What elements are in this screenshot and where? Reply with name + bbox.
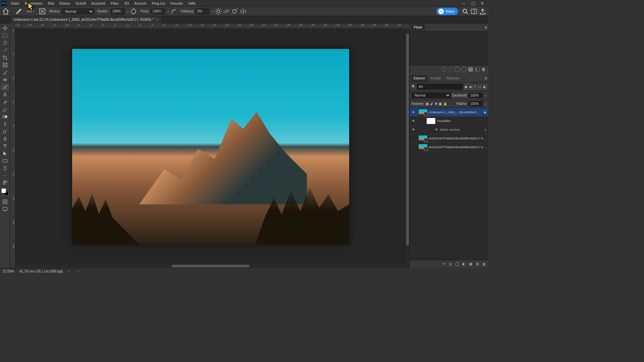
lock-artboard-icon[interactable]: ▣ [439, 102, 442, 106]
smoothing-input[interactable] [196, 8, 210, 14]
layer-thumbnail[interactable] [418, 109, 428, 116]
tab-actions[interactable]: Aktionen [444, 75, 462, 81]
document-info[interactable]: 41,79 cm x 28,1 cm (300 ppi) [19, 269, 63, 273]
layer-thumbnail[interactable] [426, 118, 436, 124]
menu-auswahl[interactable]: Auswahl [89, 1, 108, 6]
close-icon[interactable]: × [156, 18, 158, 21]
smoothing-dropdown[interactable] [211, 9, 213, 13]
flow-dropdown[interactable] [166, 9, 169, 13]
hand-tool[interactable] [1, 165, 9, 172]
layer-row[interactable]: 👁Unbenannt-1_0000_...3bca509fec5d9117◉ [410, 108, 488, 117]
window-close-button[interactable]: ✕ [478, 0, 487, 6]
layer-blend-select[interactable]: Normal [412, 93, 451, 98]
ruler-origin[interactable] [10, 23, 15, 29]
mask-path-icon[interactable] [468, 67, 473, 72]
layer-name[interactable]: Unbenannt-1_0000_...3bca509fec5d9117 [429, 111, 482, 114]
panel-menu-icon[interactable]: ≡ [485, 76, 487, 81]
zoom-level[interactable]: 22,06% [3, 269, 14, 273]
workspace-icon[interactable] [470, 8, 478, 15]
search-icon[interactable] [462, 8, 469, 15]
blend-mode-select[interactable]: Normal [62, 8, 94, 14]
filter-pixel-icon[interactable]: ▦ [464, 84, 468, 89]
scrollbar-thumb[interactable] [406, 34, 409, 246]
menu-plugins[interactable]: Plug-ins [149, 1, 168, 6]
new-path-icon[interactable]: + [475, 67, 480, 72]
path-shape-icon[interactable] [461, 66, 467, 73]
color-swatches[interactable] [1, 188, 9, 196]
layer-row[interactable]: dc59124e7f79a08c3bca509fec5d9117 Kopie 3 [410, 134, 488, 143]
brush-preset-picker[interactable]: 875 [24, 8, 37, 15]
tab-channels[interactable]: Kanäle [428, 75, 443, 81]
layer-thumbnail[interactable] [418, 135, 428, 142]
layers-list[interactable]: 👁Unbenannt-1_0000_...3bca509fec5d9117◉👁S… [410, 108, 488, 260]
menu-ansicht[interactable]: Ansicht [131, 1, 149, 6]
lock-transparency-icon[interactable]: ▦ [426, 102, 429, 106]
healing-brush-tool[interactable] [1, 76, 9, 83]
pressure-opacity-icon[interactable] [130, 8, 137, 15]
layer-name[interactable]: Smartfilter [437, 119, 488, 123]
tab-layers[interactable]: Ebenen [411, 75, 428, 81]
eyedropper-tool[interactable] [1, 69, 9, 76]
brush-tool-icon[interactable] [15, 8, 22, 15]
menu-schrift[interactable]: Schrift [73, 1, 89, 6]
menu-hilfe[interactable]: Hilfe [185, 1, 198, 6]
symmetry-icon[interactable] [239, 8, 247, 15]
filter-smart-icon[interactable]: ◧ [483, 84, 487, 89]
rectangle-tool[interactable] [1, 158, 9, 164]
layer-opacity-dropdown[interactable] [484, 94, 486, 97]
history-brush-tool[interactable] [1, 99, 9, 105]
stroke-path-icon[interactable] [448, 67, 453, 72]
window-maximize-button[interactable]: ▢ [468, 0, 478, 6]
tab-paths[interactable]: Pfade [411, 24, 425, 31]
layer-name[interactable]: dc59124e7f79a08c3bca509fec5d9117 Kopie 2 [429, 145, 488, 149]
menu-fenster[interactable]: Fenster [168, 1, 185, 6]
move-tool[interactable] [1, 25, 9, 32]
lock-position-icon[interactable]: ✥ [435, 102, 437, 106]
link-layers-icon[interactable]: ⚯ [441, 262, 446, 266]
flow-input[interactable] [151, 8, 165, 14]
blur-tool[interactable] [1, 121, 9, 127]
menu-datei[interactable]: Datei [8, 1, 22, 6]
horizontal-scrollbar[interactable] [15, 264, 406, 268]
home-icon[interactable] [2, 8, 9, 15]
frame-tool[interactable] [1, 62, 9, 68]
crop-tool[interactable] [1, 54, 9, 61]
effect-visibility-icon[interactable]: 👁 [433, 128, 440, 131]
clone-stamp-tool[interactable] [1, 91, 9, 98]
magic-wand-tool[interactable] [1, 47, 9, 54]
horizontal-ruler[interactable]: 1816141210864202468101214161820222426283… [15, 23, 409, 29]
lock-all-icon[interactable]: 🔒 [443, 102, 447, 106]
visibility-toggle-icon[interactable]: 👁 [410, 119, 417, 123]
chevron-right-icon[interactable]: › [68, 269, 69, 273]
layer-row[interactable]: dc59124e7f79a08c3bca509fec5d9117 Kopie 2 [410, 143, 488, 152]
dodge-tool[interactable] [1, 128, 9, 135]
delete-layer-icon[interactable]: 🗑 [482, 262, 486, 266]
canvas-viewport[interactable] [15, 29, 406, 264]
pen-tool[interactable] [1, 135, 9, 142]
pressure-size-icon[interactable] [231, 8, 238, 15]
menu-3d[interactable]: 3D [121, 1, 131, 6]
layer-name[interactable]: Matter machen [440, 128, 483, 131]
export-icon[interactable] [479, 8, 486, 15]
effect-edit-icon[interactable]: ≡ [483, 128, 488, 131]
scrollbar-thumb[interactable] [172, 265, 250, 267]
marquee-tool[interactable] [1, 32, 9, 39]
adjustment-layer-icon[interactable]: ◐ [462, 262, 466, 266]
smoothing-options-icon[interactable] [215, 8, 222, 15]
edit-toolbar[interactable] [1, 180, 9, 186]
brush-panel-toggle-icon[interactable] [39, 8, 46, 15]
visibility-toggle-icon[interactable]: 👁 [410, 128, 417, 131]
opacity-dropdown[interactable] [126, 9, 128, 13]
delete-path-icon[interactable]: 🗑 [482, 67, 486, 72]
panel-menu-icon[interactable]: ≡ [485, 25, 487, 30]
layer-row[interactable]: 👁Smartfilter [410, 117, 488, 125]
more-tools[interactable]: ⋯ [1, 172, 9, 179]
filter-type-icon[interactable]: T [474, 84, 477, 89]
new-layer-icon[interactable]: ⊞ [475, 262, 480, 266]
canvas-image[interactable] [72, 49, 349, 245]
share-button[interactable]: ●Teilen [436, 8, 458, 15]
filter-badge-icon[interactable]: ◉ [482, 111, 488, 114]
layer-mask-icon[interactable]: ◯ [455, 262, 460, 266]
lasso-tool[interactable] [1, 40, 9, 46]
airbrush-icon[interactable] [170, 8, 177, 15]
